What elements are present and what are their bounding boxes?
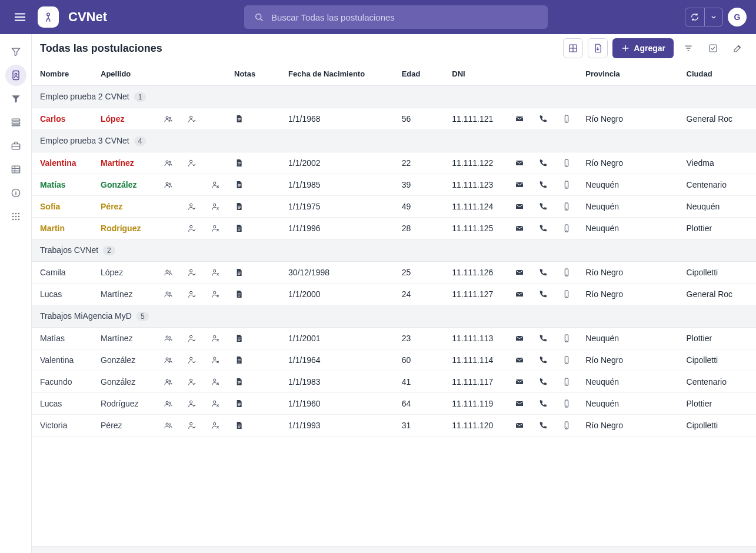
person-x-icon[interactable] [205, 262, 228, 284]
phone-icon[interactable] [532, 284, 556, 305]
edit-button[interactable] [728, 38, 748, 58]
table-row[interactable]: MartínRodríguez1/1/19962811.111.125Neuqu… [32, 218, 756, 239]
col-edad[interactable]: Edad [396, 62, 447, 86]
phone-icon[interactable] [532, 152, 556, 174]
group-row[interactable]: Trabajos MiAgencia MyD5 [32, 305, 756, 328]
note-icon[interactable] [228, 196, 282, 218]
table-row[interactable]: LucasMartínez1/1/20002411.111.127Río Neg… [32, 284, 756, 305]
person-check-icon[interactable] [181, 218, 205, 239]
note-icon[interactable] [228, 349, 282, 371]
table-row[interactable]: CarlosLópez1/1/19685611.111.121Río Negro… [32, 108, 756, 130]
phone-icon[interactable] [532, 108, 556, 130]
search-box[interactable] [244, 5, 548, 29]
group-icon[interactable] [158, 174, 181, 196]
sidebar-postulaciones[interactable] [5, 65, 26, 86]
mail-icon[interactable] [509, 328, 532, 349]
table-row[interactable]: MatíasGonzález1/1/19853911.111.123Neuqué… [32, 174, 756, 196]
mobile-icon[interactable] [556, 349, 580, 371]
group-icon[interactable] [158, 262, 181, 284]
mobile-icon[interactable] [556, 415, 580, 437]
person-x-icon[interactable] [205, 284, 228, 305]
group-row[interactable]: Empleo prueba 2 CVNet1 [32, 86, 756, 108]
group-icon[interactable] [158, 218, 181, 239]
view-grid-button[interactable] [563, 38, 583, 58]
person-check-icon[interactable] [181, 108, 205, 130]
person-x-icon[interactable] [205, 328, 228, 349]
mail-icon[interactable] [509, 218, 532, 239]
mobile-icon[interactable] [556, 196, 580, 218]
group-icon[interactable] [158, 108, 181, 130]
search-input[interactable] [271, 12, 538, 22]
phone-icon[interactable] [532, 415, 556, 437]
table-row[interactable]: LucasRodríguez1/1/19606411.111.119Neuqué… [32, 393, 756, 415]
person-x-icon[interactable] [205, 218, 228, 239]
person-check-icon[interactable] [181, 152, 205, 174]
phone-icon[interactable] [532, 174, 556, 196]
person-check-icon[interactable] [181, 262, 205, 284]
phone-icon[interactable] [532, 328, 556, 349]
note-icon[interactable] [228, 174, 282, 196]
col-fecha[interactable]: Fecha de Nacimiento [282, 62, 396, 86]
person-check-icon[interactable] [181, 349, 205, 371]
group-icon[interactable] [158, 152, 181, 174]
col-notas[interactable]: Notas [228, 62, 282, 86]
note-icon[interactable] [228, 393, 282, 415]
sidebar-info[interactable] [5, 182, 26, 204]
person-check-icon[interactable] [181, 328, 205, 349]
mail-icon[interactable] [509, 415, 532, 437]
person-x-icon[interactable] [205, 196, 228, 218]
phone-icon[interactable] [532, 371, 556, 393]
table-row[interactable]: VictoriaPérez1/1/19933111.111.120Río Neg… [32, 415, 756, 437]
table-row[interactable]: ValentinaMartínez1/1/20022211.111.122Río… [32, 152, 756, 174]
sidebar-rows[interactable] [5, 112, 26, 133]
mobile-icon[interactable] [556, 371, 580, 393]
note-icon[interactable] [228, 108, 282, 130]
person-x-icon[interactable] [205, 393, 228, 415]
col-ciudad[interactable]: Ciudad [681, 62, 756, 86]
mobile-icon[interactable] [556, 393, 580, 415]
mail-icon[interactable] [509, 284, 532, 305]
mobile-icon[interactable] [556, 152, 580, 174]
export-button[interactable] [588, 38, 608, 58]
sidebar-apps[interactable] [5, 206, 26, 227]
person-check-icon[interactable] [181, 174, 205, 196]
phone-icon[interactable] [532, 349, 556, 371]
person-x-icon[interactable] [205, 371, 228, 393]
sidebar-filter-solid[interactable] [5, 88, 26, 109]
person-check-icon[interactable] [181, 415, 205, 437]
mail-icon[interactable] [509, 152, 532, 174]
mail-icon[interactable] [509, 393, 532, 415]
mobile-icon[interactable] [556, 108, 580, 130]
table-row[interactable]: SofíaPérez1/1/19754911.111.124NeuquénNeu… [32, 196, 756, 218]
note-icon[interactable] [228, 415, 282, 437]
person-x-icon[interactable] [205, 152, 228, 174]
menu-button[interactable] [9, 6, 31, 28]
group-row[interactable]: Empleo prueba 3 CVNet4 [32, 130, 756, 152]
mail-icon[interactable] [509, 262, 532, 284]
sync-icon[interactable] [685, 8, 705, 26]
table-row[interactable]: FacundoGonzález1/1/19834111.111.117Neuqu… [32, 371, 756, 393]
phone-icon[interactable] [532, 218, 556, 239]
mail-icon[interactable] [509, 196, 532, 218]
add-button[interactable]: Agregar [612, 38, 674, 58]
phone-icon[interactable] [532, 262, 556, 284]
mail-icon[interactable] [509, 349, 532, 371]
person-check-icon[interactable] [181, 284, 205, 305]
table-container[interactable]: Nombre Apellido Notas Fecha de Nacimient… [32, 62, 756, 546]
col-apellido[interactable]: Apellido [95, 62, 158, 86]
filter-button[interactable] [678, 38, 698, 58]
mobile-icon[interactable] [556, 174, 580, 196]
col-provincia[interactable]: Provincia [580, 62, 680, 86]
phone-icon[interactable] [532, 196, 556, 218]
mail-icon[interactable] [509, 371, 532, 393]
person-x-icon[interactable] [205, 108, 228, 130]
group-icon[interactable] [158, 393, 181, 415]
mobile-icon[interactable] [556, 262, 580, 284]
horizontal-scrollbar[interactable] [32, 546, 756, 553]
note-icon[interactable] [228, 328, 282, 349]
sync-dropdown[interactable] [705, 8, 722, 26]
person-x-icon[interactable] [205, 349, 228, 371]
col-dni[interactable]: DNI [446, 62, 509, 86]
user-avatar[interactable]: G [728, 8, 747, 26]
sidebar-filter[interactable] [5, 41, 26, 62]
